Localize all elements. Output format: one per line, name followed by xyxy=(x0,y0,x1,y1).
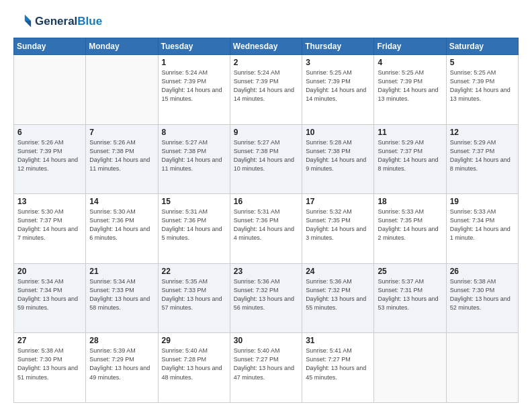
calendar-cell xyxy=(374,333,446,403)
calendar-header-friday: Friday xyxy=(374,38,446,55)
calendar-cell: 8Sunrise: 5:27 AM Sunset: 7:38 PM Daylig… xyxy=(158,124,230,194)
day-info: Sunrise: 5:26 AM Sunset: 7:38 PM Dayligh… xyxy=(89,138,154,173)
day-info: Sunrise: 5:31 AM Sunset: 7:36 PM Dayligh… xyxy=(162,208,227,242)
day-number: 28 xyxy=(89,336,154,345)
day-number: 26 xyxy=(450,267,515,276)
calendar-table: SundayMondayTuesdayWednesdayThursdayFrid… xyxy=(13,38,519,403)
logo-icon xyxy=(13,12,32,31)
day-number: 25 xyxy=(378,267,443,276)
calendar-cell: 7Sunrise: 5:26 AM Sunset: 7:38 PM Daylig… xyxy=(86,124,158,194)
day-info: Sunrise: 5:25 AM Sunset: 7:39 PM Dayligh… xyxy=(378,68,443,103)
calendar-cell: 28Sunrise: 5:39 AM Sunset: 7:29 PM Dayli… xyxy=(86,333,158,403)
day-info: Sunrise: 5:24 AM Sunset: 7:39 PM Dayligh… xyxy=(162,68,227,103)
calendar-header-tuesday: Tuesday xyxy=(158,38,230,55)
calendar-cell: 21Sunrise: 5:34 AM Sunset: 7:33 PM Dayli… xyxy=(86,263,158,333)
calendar-cell: 2Sunrise: 5:24 AM Sunset: 7:39 PM Daylig… xyxy=(230,55,302,125)
day-number: 29 xyxy=(162,336,227,345)
day-info: Sunrise: 5:36 AM Sunset: 7:32 PM Dayligh… xyxy=(234,277,299,312)
calendar-cell: 11Sunrise: 5:29 AM Sunset: 7:37 PM Dayli… xyxy=(374,124,446,194)
day-info: Sunrise: 5:40 AM Sunset: 7:28 PM Dayligh… xyxy=(162,347,227,381)
day-info: Sunrise: 5:25 AM Sunset: 7:39 PM Dayligh… xyxy=(306,68,371,103)
day-info: Sunrise: 5:34 AM Sunset: 7:34 PM Dayligh… xyxy=(17,277,83,312)
svg-marker-0 xyxy=(25,15,31,21)
day-number: 9 xyxy=(234,128,299,137)
day-number: 3 xyxy=(306,58,371,67)
calendar-cell: 16Sunrise: 5:31 AM Sunset: 7:36 PM Dayli… xyxy=(230,194,302,264)
day-number: 27 xyxy=(17,336,83,345)
header: GeneralBlue xyxy=(13,12,519,31)
calendar-cell: 10Sunrise: 5:28 AM Sunset: 7:38 PM Dayli… xyxy=(302,124,374,194)
logo-text: GeneralBlue xyxy=(35,15,102,28)
day-info: Sunrise: 5:26 AM Sunset: 7:39 PM Dayligh… xyxy=(17,138,83,173)
day-number: 2 xyxy=(234,58,299,67)
calendar-header-saturday: Saturday xyxy=(446,38,518,55)
calendar-cell: 4Sunrise: 5:25 AM Sunset: 7:39 PM Daylig… xyxy=(374,55,446,125)
calendar-header-row: SundayMondayTuesdayWednesdayThursdayFrid… xyxy=(14,38,519,55)
calendar-cell: 24Sunrise: 5:36 AM Sunset: 7:32 PM Dayli… xyxy=(302,263,374,333)
calendar-cell: 27Sunrise: 5:38 AM Sunset: 7:30 PM Dayli… xyxy=(14,333,86,403)
calendar-week-row: 13Sunrise: 5:30 AM Sunset: 7:37 PM Dayli… xyxy=(14,194,519,264)
day-number: 16 xyxy=(234,197,299,206)
calendar-cell xyxy=(14,55,86,125)
calendar-week-row: 1Sunrise: 5:24 AM Sunset: 7:39 PM Daylig… xyxy=(14,55,519,125)
day-info: Sunrise: 5:33 AM Sunset: 7:35 PM Dayligh… xyxy=(378,208,443,242)
day-number: 31 xyxy=(306,336,371,345)
day-info: Sunrise: 5:29 AM Sunset: 7:37 PM Dayligh… xyxy=(450,138,515,173)
calendar-cell: 15Sunrise: 5:31 AM Sunset: 7:36 PM Dayli… xyxy=(158,194,230,264)
day-info: Sunrise: 5:29 AM Sunset: 7:37 PM Dayligh… xyxy=(378,138,443,173)
calendar-header-thursday: Thursday xyxy=(302,38,374,55)
calendar-cell xyxy=(446,333,518,403)
calendar-cell: 6Sunrise: 5:26 AM Sunset: 7:39 PM Daylig… xyxy=(14,124,86,194)
day-number: 1 xyxy=(162,58,227,67)
calendar-cell: 13Sunrise: 5:30 AM Sunset: 7:37 PM Dayli… xyxy=(14,194,86,264)
day-number: 24 xyxy=(306,267,371,276)
calendar-header-wednesday: Wednesday xyxy=(230,38,302,55)
day-number: 30 xyxy=(234,336,299,345)
day-number: 12 xyxy=(450,128,515,137)
day-number: 23 xyxy=(234,267,299,276)
day-number: 15 xyxy=(162,197,227,206)
day-info: Sunrise: 5:41 AM Sunset: 7:27 PM Dayligh… xyxy=(306,347,371,381)
calendar-cell: 3Sunrise: 5:25 AM Sunset: 7:39 PM Daylig… xyxy=(302,55,374,125)
day-info: Sunrise: 5:27 AM Sunset: 7:38 PM Dayligh… xyxy=(234,138,299,173)
day-number: 21 xyxy=(89,267,154,276)
day-info: Sunrise: 5:38 AM Sunset: 7:30 PM Dayligh… xyxy=(450,277,515,312)
day-number: 10 xyxy=(306,128,371,137)
calendar-week-row: 27Sunrise: 5:38 AM Sunset: 7:30 PM Dayli… xyxy=(14,333,519,403)
calendar-cell: 5Sunrise: 5:25 AM Sunset: 7:39 PM Daylig… xyxy=(446,55,518,125)
day-number: 14 xyxy=(89,197,154,206)
day-info: Sunrise: 5:35 AM Sunset: 7:33 PM Dayligh… xyxy=(162,277,227,312)
calendar-cell: 14Sunrise: 5:30 AM Sunset: 7:36 PM Dayli… xyxy=(86,194,158,264)
calendar-cell: 31Sunrise: 5:41 AM Sunset: 7:27 PM Dayli… xyxy=(302,333,374,403)
day-number: 13 xyxy=(17,197,83,206)
day-info: Sunrise: 5:34 AM Sunset: 7:33 PM Dayligh… xyxy=(89,277,154,312)
day-number: 19 xyxy=(450,197,515,206)
day-info: Sunrise: 5:40 AM Sunset: 7:27 PM Dayligh… xyxy=(234,347,299,381)
calendar-cell xyxy=(86,55,158,125)
calendar-cell: 22Sunrise: 5:35 AM Sunset: 7:33 PM Dayli… xyxy=(158,263,230,333)
day-number: 20 xyxy=(17,267,83,276)
calendar-cell: 12Sunrise: 5:29 AM Sunset: 7:37 PM Dayli… xyxy=(446,124,518,194)
calendar-week-row: 6Sunrise: 5:26 AM Sunset: 7:39 PM Daylig… xyxy=(14,124,519,194)
calendar-cell: 23Sunrise: 5:36 AM Sunset: 7:32 PM Dayli… xyxy=(230,263,302,333)
day-info: Sunrise: 5:33 AM Sunset: 7:34 PM Dayligh… xyxy=(450,208,515,242)
calendar-header-monday: Monday xyxy=(86,38,158,55)
logo: GeneralBlue xyxy=(13,12,102,31)
day-info: Sunrise: 5:28 AM Sunset: 7:38 PM Dayligh… xyxy=(306,138,371,173)
calendar-cell: 29Sunrise: 5:40 AM Sunset: 7:28 PM Dayli… xyxy=(158,333,230,403)
day-info: Sunrise: 5:32 AM Sunset: 7:35 PM Dayligh… xyxy=(306,208,371,242)
day-number: 11 xyxy=(378,128,443,137)
day-number: 4 xyxy=(378,58,443,67)
day-info: Sunrise: 5:24 AM Sunset: 7:39 PM Dayligh… xyxy=(234,68,299,103)
day-number: 5 xyxy=(450,58,515,67)
svg-marker-1 xyxy=(25,21,31,27)
calendar-cell: 30Sunrise: 5:40 AM Sunset: 7:27 PM Dayli… xyxy=(230,333,302,403)
day-info: Sunrise: 5:30 AM Sunset: 7:36 PM Dayligh… xyxy=(89,208,154,242)
day-number: 17 xyxy=(306,197,371,206)
day-info: Sunrise: 5:36 AM Sunset: 7:32 PM Dayligh… xyxy=(306,277,371,312)
day-info: Sunrise: 5:37 AM Sunset: 7:31 PM Dayligh… xyxy=(378,277,443,312)
day-info: Sunrise: 5:31 AM Sunset: 7:36 PM Dayligh… xyxy=(234,208,299,242)
calendar-cell: 18Sunrise: 5:33 AM Sunset: 7:35 PM Dayli… xyxy=(374,194,446,264)
day-info: Sunrise: 5:38 AM Sunset: 7:30 PM Dayligh… xyxy=(17,347,83,381)
calendar-cell: 1Sunrise: 5:24 AM Sunset: 7:39 PM Daylig… xyxy=(158,55,230,125)
